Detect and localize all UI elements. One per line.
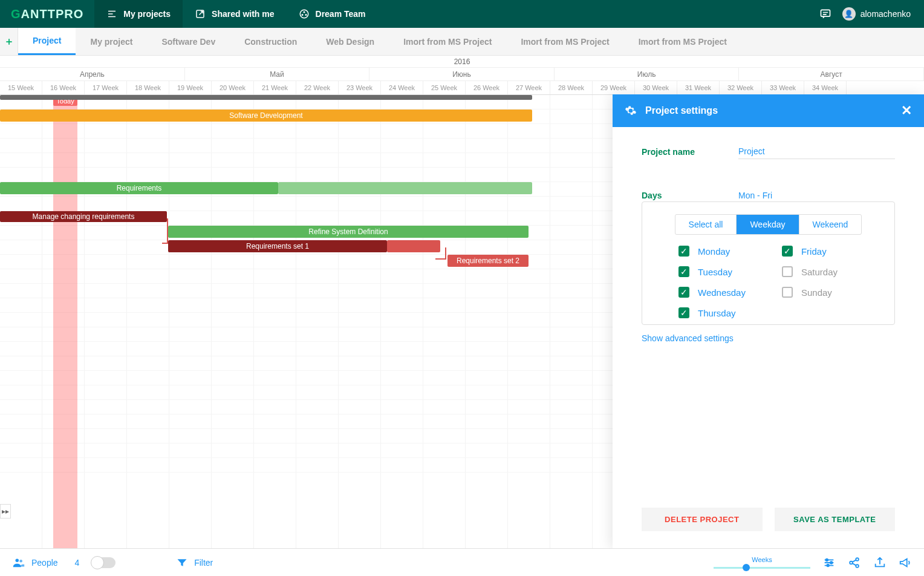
tab-software-dev[interactable]: Software Dev [147, 28, 230, 55]
day-label: Saturday [801, 267, 838, 277]
filter-button[interactable]: Filter [176, 557, 213, 569]
tab-web-design[interactable]: Web Design [311, 28, 389, 55]
day-wednesday[interactable]: ✓Wednesday [678, 287, 746, 298]
project-name-label: Project name [642, 147, 714, 157]
week-cell: 20 Week [212, 81, 254, 94]
day-label: Thursday [698, 308, 736, 318]
day-label: Friday [801, 246, 827, 257]
tab-my-project[interactable]: My project [76, 28, 147, 55]
app-header: GANTTPRO My projects Shared with me Drea… [0, 0, 924, 28]
bar-manage[interactable]: Manage changing requirements [0, 211, 167, 222]
list-icon [106, 8, 117, 19]
timeline-year: 2016 [0, 56, 924, 68]
zoom-slider[interactable]: Weeks [714, 556, 810, 569]
bar-refine[interactable]: Refine System Definition [168, 226, 529, 238]
week-cell: 15 Week [0, 81, 42, 94]
advanced-settings-link[interactable]: Show advanced settings [642, 333, 895, 343]
week-cell: 29 Week [593, 81, 635, 94]
project-name-input[interactable]: Project [738, 144, 895, 159]
day-thursday[interactable]: ✓Thursday [678, 307, 746, 318]
chat-icon[interactable] [819, 8, 831, 20]
svg-point-2 [304, 11, 305, 13]
week-cell: 17 Week [85, 81, 127, 94]
week-cell: 21 Week [254, 81, 296, 94]
bar-req1[interactable]: Requirements set 1 [168, 240, 387, 252]
close-panel-button[interactable]: ✕ [901, 104, 912, 117]
nav-dream-team[interactable]: Dream Team [287, 0, 378, 28]
avatar: 👤 [842, 7, 856, 21]
export-button[interactable] [873, 556, 887, 569]
svg-point-10 [827, 564, 829, 566]
delete-project-button[interactable]: DELETE PROJECT [642, 508, 763, 531]
week-cell: 31 Week [677, 81, 720, 94]
nav-shared-with-me[interactable]: Shared with me [183, 0, 286, 28]
tab-imort-from-ms-project[interactable]: Imort from MS Project [624, 28, 741, 55]
announce-button[interactable] [899, 556, 912, 569]
day-tab-wekeend[interactable]: Wekeend [799, 215, 862, 234]
add-project-button[interactable] [0, 28, 18, 55]
bar-requirements[interactable]: Requirements [0, 182, 278, 194]
svg-point-3 [302, 15, 303, 16]
settings-toggle-button[interactable] [822, 556, 836, 569]
day-label: Sunday [801, 287, 832, 298]
project-name-field: Project name Project [642, 144, 895, 159]
svg-point-8 [826, 558, 828, 561]
bar-root[interactable] [0, 95, 532, 100]
tab-imort-from-ms-project[interactable]: Imort from MS Project [389, 28, 506, 55]
svg-point-4 [305, 15, 307, 16]
week-cell: 32 Week [720, 81, 762, 94]
nav-my-projects[interactable]: My projects [94, 0, 183, 28]
tab-construction[interactable]: Construction [230, 28, 311, 55]
checkbox-icon [782, 266, 793, 277]
people-button[interactable]: People 4 [12, 556, 79, 569]
people-icon [12, 556, 25, 569]
week-cell: 30 Week [635, 81, 677, 94]
days-value[interactable]: Mon - Fri [738, 188, 895, 203]
day-sunday[interactable]: Sunday [782, 287, 838, 298]
svg-point-1 [300, 10, 308, 18]
week-cell: 22 Week [296, 81, 339, 94]
tab-imort-from-ms-project[interactable]: Imort from MS Project [506, 28, 623, 55]
bar-req2[interactable]: Requirements set 2 [447, 255, 529, 267]
week-cell: 27 Week [508, 81, 550, 94]
week-cell: 28 Week [550, 81, 593, 94]
day-label: Tuesday [698, 267, 732, 277]
bar-software-dev[interactable]: Software Development [0, 110, 532, 122]
days-label: Days [642, 191, 714, 200]
checkbox-icon: ✓ [678, 287, 689, 298]
dep-link [435, 247, 446, 260]
day-tab-weekday[interactable]: Weekday [736, 215, 798, 234]
month-cell: Июнь [369, 68, 555, 80]
filter-icon [176, 557, 188, 569]
week-cell: 33 Week [762, 81, 804, 94]
gear-icon [625, 105, 637, 117]
dep-link [162, 218, 168, 244]
day-tab-select-all[interactable]: Select all [675, 215, 737, 234]
bar-req1-tail[interactable] [387, 240, 440, 252]
day-selector: Select allWeekdayWekeend ✓Monday✓Tuesday… [642, 201, 895, 325]
day-monday[interactable]: ✓Monday [678, 246, 746, 257]
bottom-toolbar: People 4 Filter Weeks [0, 548, 924, 576]
user-menu[interactable]: 👤 alomachenko [842, 7, 911, 21]
week-cell: 26 Week [466, 81, 508, 94]
day-friday[interactable]: ✓Friday [782, 246, 838, 257]
people-toggle[interactable] [91, 557, 116, 568]
expand-sidebar-button[interactable]: ▸▸ [0, 504, 11, 519]
app-logo: GANTTPRO [0, 7, 94, 21]
svg-rect-5 [821, 10, 830, 16]
username: alomachenko [861, 9, 911, 19]
tab-project[interactable]: Project [18, 28, 76, 55]
share-project-button[interactable] [848, 556, 861, 569]
project-tabs: ProjectMy projectSoftware DevConstructio… [0, 28, 924, 56]
svg-point-7 [19, 559, 22, 562]
day-saturday[interactable]: Saturday [782, 266, 838, 277]
timeline-header: 2016 АпрельМайИюньИюльАвгуст 15 Week16 W… [0, 56, 924, 95]
month-cell: Май [185, 68, 370, 80]
week-cell: 34 Week [804, 81, 847, 94]
bar-requirements-tail[interactable] [278, 182, 532, 194]
panel-title: Project settings [645, 105, 718, 116]
days-field: Days Mon - Fri [642, 188, 895, 203]
checkbox-icon: ✓ [782, 246, 793, 257]
day-tuesday[interactable]: ✓Tuesday [678, 266, 746, 277]
save-template-button[interactable]: SAVE AS TEMPLATE [775, 508, 896, 531]
